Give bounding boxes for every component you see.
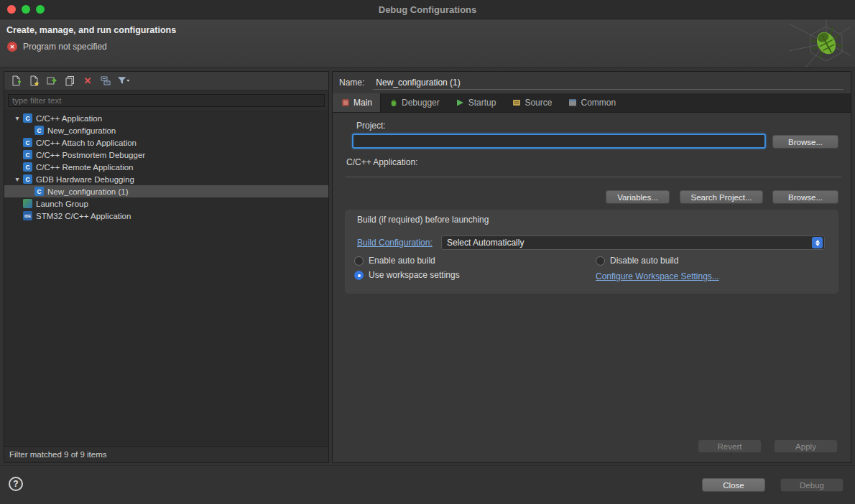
collapse-all-icon: [101, 75, 111, 86]
enable-auto-build-option[interactable]: Enable auto build: [354, 256, 435, 266]
configurations-panel: ✕ ▾ C C/C++ Application C New_configurat…: [4, 71, 329, 463]
use-workspace-settings-label: Use workspace settings: [369, 270, 460, 280]
use-workspace-settings-radio[interactable]: [354, 271, 364, 280]
tab-label: Startup: [468, 98, 496, 108]
build-group-title: Build (if required) before launching: [357, 215, 489, 225]
configurations-tree[interactable]: ▾ C C/C++ Application C New_configuratio…: [4, 110, 328, 446]
header-title: Create, manage, and run configurations: [6, 25, 176, 35]
tree-item-remote-application[interactable]: C C/C++ Remote Application: [4, 161, 328, 173]
common-tab-icon: [568, 98, 577, 108]
filter-configurations-button[interactable]: [117, 75, 130, 88]
tree-item-label: GDB Hardware Debugging: [36, 175, 134, 184]
collapse-all-button[interactable]: [99, 75, 112, 88]
startup-tab-icon: [456, 98, 465, 108]
filter-field-wrap: [4, 90, 328, 110]
name-label: Name:: [339, 78, 364, 88]
minimize-window-button[interactable]: [22, 5, 30, 14]
browse-application-button[interactable]: Browse...: [772, 190, 838, 204]
build-configuration-link[interactable]: Build Configuration:: [357, 238, 433, 248]
title-bar: Debug Configurations: [0, 0, 855, 19]
tree-item-new-configuration[interactable]: C New_configuration: [4, 124, 328, 136]
main-tab-content: Project: Browse... C/C++ Application: Va…: [333, 113, 851, 462]
variables-button[interactable]: Variables...: [606, 190, 670, 204]
tab-debugger[interactable]: Debugger: [381, 93, 448, 112]
project-input[interactable]: [352, 134, 766, 149]
name-input[interactable]: New_configuration (1): [373, 75, 844, 90]
help-button[interactable]: ?: [9, 477, 23, 491]
tree-item-gdb-hardware-debugging[interactable]: ▾ C GDB Hardware Debugging: [4, 173, 328, 185]
search-project-button[interactable]: Search Project...: [680, 190, 763, 204]
source-tab-icon: [512, 98, 521, 108]
disable-auto-build-option[interactable]: Disable auto build: [596, 256, 678, 266]
c-cpp-icon: C: [34, 187, 44, 196]
tab-label: Debugger: [402, 98, 440, 108]
revert-button[interactable]: Revert: [698, 439, 762, 453]
new-prototype-button[interactable]: [27, 75, 40, 88]
debug-button[interactable]: Debug: [780, 478, 844, 492]
tree-item-postmortem-debugger[interactable]: C C/C++ Postmortem Debugger: [4, 149, 328, 161]
tree-item-attach-to-application[interactable]: C C/C++ Attach to Application: [4, 136, 328, 149]
tree-item-label: New_configuration (1): [47, 187, 129, 196]
chevron-down-icon[interactable]: ▾: [11, 114, 23, 122]
enable-auto-build-label: Enable auto build: [369, 256, 435, 266]
delete-configuration-button[interactable]: ✕: [81, 75, 94, 88]
tree-item-stm32-application[interactable]: IDE STM32 C/C++ Application: [4, 210, 328, 222]
configure-workspace-settings-link[interactable]: Configure Workspace Settings...: [596, 271, 719, 281]
enable-auto-build-radio[interactable]: [354, 256, 364, 266]
filter-input[interactable]: [8, 94, 325, 107]
application-input[interactable]: [346, 163, 841, 177]
debugger-tab-icon: [389, 98, 398, 108]
chevron-down-icon[interactable]: ▾: [11, 175, 23, 183]
filter-status-bar: Filter matched 9 of 9 items: [4, 446, 328, 462]
tree-item-label: STM32 C/C++ Application: [36, 212, 131, 220]
tree-item-label: C/C++ Application: [36, 114, 102, 123]
tab-main[interactable]: Main: [333, 93, 381, 112]
export-configurations-icon: [47, 75, 57, 86]
c-cpp-icon: C: [23, 162, 32, 172]
dialog-footer: ? Close Debug: [0, 465, 855, 504]
tree-item-label: New_configuration: [47, 126, 116, 135]
delete-icon: ✕: [84, 76, 92, 85]
tab-startup[interactable]: Startup: [448, 93, 504, 112]
build-configuration-select[interactable]: Select Automatically: [441, 235, 825, 250]
c-cpp-icon: C: [34, 126, 44, 135]
c-cpp-icon: C: [23, 138, 32, 147]
name-row: Name: New_configuration (1): [333, 72, 851, 93]
tree-item-label: C/C++ Postmortem Debugger: [36, 151, 145, 159]
use-workspace-settings-option[interactable]: Use workspace settings: [354, 270, 460, 280]
combo-stepper-icon: [812, 237, 823, 248]
duplicate-configuration-icon: [65, 75, 75, 86]
browse-project-button[interactable]: Browse...: [772, 135, 838, 149]
new-configuration-button[interactable]: [9, 75, 22, 88]
debug-bug-graphic: [785, 19, 851, 67]
error-icon: ✕: [7, 42, 17, 52]
apply-button[interactable]: Apply: [774, 439, 838, 453]
duplicate-configuration-button[interactable]: [63, 75, 76, 88]
c-cpp-icon: C: [23, 113, 32, 123]
close-window-button[interactable]: [7, 5, 16, 14]
tree-item-new-configuration-1[interactable]: C New_configuration (1): [4, 185, 328, 197]
tab-label: Common: [581, 98, 616, 108]
export-configurations-button[interactable]: [45, 75, 58, 88]
configuration-detail-panel: Name: New_configuration (1) Main Debugge…: [332, 71, 851, 463]
tab-common[interactable]: Common: [560, 93, 624, 112]
new-prototype-icon: [29, 75, 40, 86]
dialog-header: Create, manage, and run configurations ✕…: [0, 19, 855, 67]
tab-source[interactable]: Source: [504, 93, 560, 112]
error-message: Program not specified: [23, 42, 107, 52]
filter-status-text: Filter matched 9 of 9 items: [9, 450, 107, 459]
tree-item-label: C/C++ Attach to Application: [36, 139, 137, 147]
new-configuration-icon: [11, 75, 22, 86]
close-button[interactable]: Close: [702, 478, 765, 492]
stm32-ide-icon: IDE: [23, 211, 32, 220]
tree-item-launch-group[interactable]: Launch Group: [4, 197, 328, 210]
tab-label: Source: [524, 98, 552, 108]
launch-group-icon: [23, 199, 32, 208]
zoom-window-button[interactable]: [36, 5, 45, 14]
configuration-tabs: Main Debugger Startup Source Common: [333, 93, 851, 113]
tree-item-label: Launch Group: [36, 200, 88, 208]
build-configuration-value: Select Automatically: [442, 238, 812, 248]
window-title: Debug Configurations: [379, 4, 477, 15]
disable-auto-build-radio[interactable]: [596, 256, 605, 266]
tree-item-cpp-application[interactable]: ▾ C C/C++ Application: [4, 112, 328, 124]
